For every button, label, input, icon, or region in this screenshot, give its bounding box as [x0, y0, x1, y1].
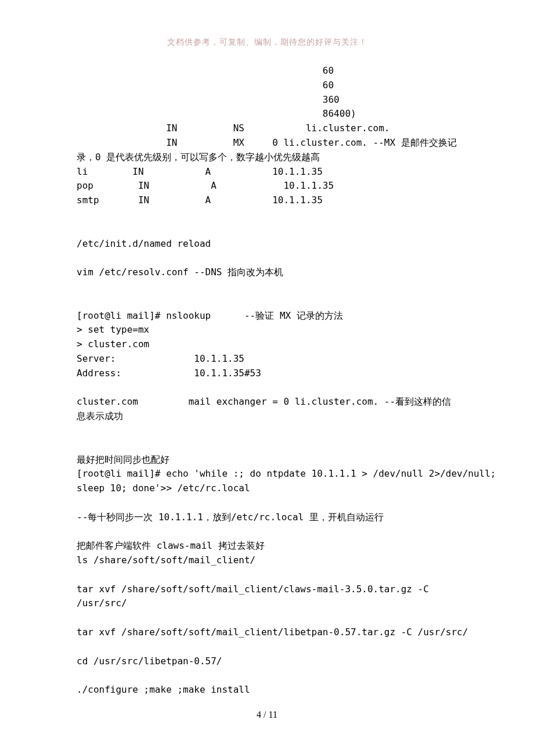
header-note: 文档供参考，可复制、编制，期待您的好评与关注！ [0, 0, 534, 48]
document-body: 60 60 360 86400) IN NS li.cluster [0, 48, 534, 697]
page-number: 4 / 11 [0, 710, 534, 720]
